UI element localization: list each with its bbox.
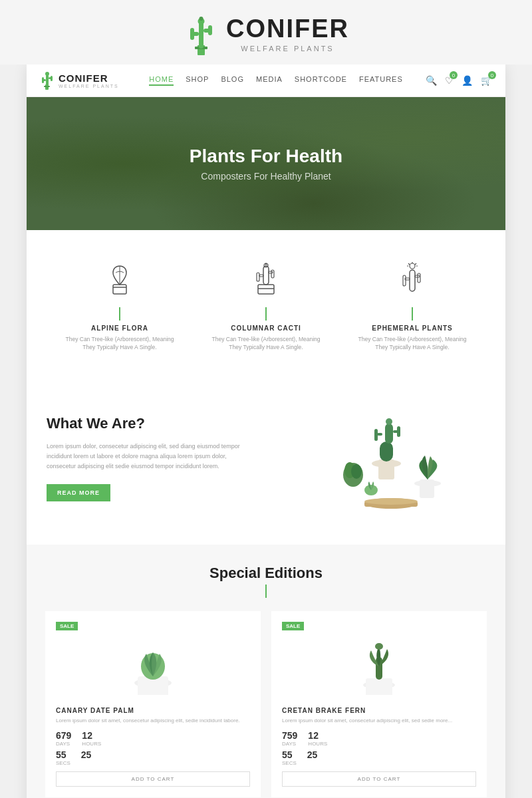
about-section: What We Are? Lorem ipsum dolor, consecet… — [27, 372, 505, 545]
svg-point-60 — [364, 498, 418, 505]
product-name-2: CRETAN BRAKE FERN — [282, 707, 476, 714]
special-section-title: Special Editions — [40, 565, 492, 582]
svg-rect-40 — [378, 460, 394, 479]
feature-divider-1 — [119, 307, 120, 321]
about-desc: Lorem ipsum dolor, consecetur adipiscing… — [47, 442, 256, 472]
about-title: What We Are? — [47, 415, 256, 432]
top-logo-area: CONIFER WELFARE PLANTS — [0, 12, 532, 55]
hero-title: Plants For Health — [190, 146, 342, 167]
feature-title-3: EPHEMERAL PLANTS — [372, 325, 452, 332]
feature-divider-3 — [412, 307, 413, 321]
feature-desc-2: They Can Tree-like (Arborescent), Meanin… — [206, 336, 326, 352]
svg-rect-65 — [366, 678, 392, 695]
svg-rect-22 — [269, 271, 273, 273]
svg-rect-44 — [397, 426, 400, 437]
nav-icons: 🔍 ♡ 0 👤 🛒 0 — [426, 75, 492, 86]
svg-rect-25 — [257, 273, 259, 281]
product-meta-row-2b: 55 SECS 25 — [282, 749, 476, 766]
hero-banner: Plants For Health Composters For Healthy… — [27, 97, 505, 230]
svg-point-54 — [351, 464, 362, 479]
hero-subtitle: Composters For Healthy Planet — [201, 171, 331, 182]
svg-rect-28 — [410, 270, 415, 291]
ephemeral-plants-icon — [392, 257, 432, 297]
product-meta-row-2a: 759 DAYS 12 HOURS — [282, 730, 476, 747]
svg-line-36 — [415, 263, 416, 265]
nav-link-home[interactable]: HOME — [149, 75, 174, 86]
product-meta-hours-1: 12 HOURS — [82, 730, 101, 747]
nav-brand-name: CONIFER — [59, 72, 119, 84]
feature-ephemeral-plants: EPHEMERAL PLANTS They Can Tree-like (Arb… — [339, 250, 485, 358]
add-cart-button-2[interactable]: ADD TO CART — [282, 771, 476, 787]
product-meta-extra-1: 25 — [81, 749, 92, 766]
top-brand-name: CONIFER — [226, 15, 349, 43]
product-info-1: CANARY DATE PALM Lorem ipsum dolor sit a… — [56, 702, 250, 787]
product-info-2: CRETAN BRAKE FERN Lorem ipsum dolor sit … — [282, 702, 476, 787]
svg-rect-45 — [377, 433, 382, 436]
product-meta-secs-2: 55 SECS — [282, 749, 297, 766]
product-desc-2: Lorem ipsum dolor sit amet, consecetur a… — [282, 717, 476, 725]
product-meta-row-1a: 679 DAYS 12 HOURS — [56, 730, 250, 747]
product-badge-2: SALE — [282, 622, 304, 630]
svg-rect-32 — [403, 275, 406, 286]
svg-rect-17 — [113, 285, 126, 294]
nav-link-features[interactable]: FEATURES — [359, 75, 403, 86]
feature-title-1: ALPINE FLORA — [91, 325, 148, 332]
product-meta-hours-2: 12 HOURS — [308, 730, 327, 747]
nav-logo: CONIFER WELFARE PLANTS — [40, 71, 126, 90]
feature-desc-1: They Can Tree-like (Arborescent), Meanin… — [60, 336, 180, 352]
special-section-divider — [265, 585, 267, 598]
product-badge-1: SALE — [56, 622, 78, 630]
feature-divider-2 — [265, 307, 267, 321]
nav-cactus-icon — [40, 71, 55, 90]
add-cart-button-1[interactable]: ADD TO CART — [56, 771, 250, 787]
product-meta-row-1b: 55 SECS 25 — [56, 749, 250, 766]
nav-link-shop[interactable]: SHOP — [186, 75, 209, 86]
svg-rect-51 — [345, 486, 361, 505]
search-button[interactable]: 🔍 — [426, 75, 437, 86]
nav-link-media[interactable]: MEDIA — [256, 75, 283, 86]
feature-title-2: COLUMNAR CACTI — [231, 325, 301, 332]
product-image-2 — [282, 628, 476, 695]
svg-point-67 — [375, 643, 383, 650]
svg-rect-30 — [418, 273, 420, 283]
svg-rect-24 — [259, 275, 263, 277]
svg-rect-41 — [380, 442, 393, 462]
svg-rect-6 — [190, 28, 194, 40]
top-header: CONIFER WELFARE PLANTS — [0, 0, 532, 65]
wishlist-button[interactable]: ♡ 0 — [445, 75, 454, 86]
feature-desc-3: They Can Tree-like (Arborescent), Meanin… — [352, 336, 472, 352]
nav-link-shortcode[interactable]: SHORTCODE — [295, 75, 347, 86]
svg-point-47 — [386, 418, 392, 425]
account-button[interactable]: 👤 — [462, 75, 473, 86]
product-meta-secs-1: 55 SECS — [56, 749, 70, 766]
product-card-2: SALE CRETAN BRAKE FERN Lorem — [271, 611, 487, 797]
svg-rect-19 — [258, 285, 274, 294]
svg-rect-15 — [42, 77, 44, 83]
product-name-1: CANARY DATE PALM — [56, 707, 250, 714]
cart-button[interactable]: 🛒 0 — [481, 75, 492, 86]
nav-sub-label: WELFARE PLANTS — [59, 84, 119, 88]
products-row: SALE CANARY DATE PALM Lorem i — [40, 611, 492, 797]
feature-alpine-flora: ALPINE FLORA They Can Tree-like (Arbores… — [47, 250, 193, 358]
product-desc-1: Lorem ipsum dolor sit amet, consecetur a… — [56, 717, 250, 725]
nav-link-blog[interactable]: BLOG — [221, 75, 244, 86]
product-meta-days-1: 679 DAYS — [56, 730, 71, 747]
svg-rect-49 — [420, 479, 434, 498]
product-meta-days-2: 759 DAYS — [282, 730, 297, 747]
page-container: CONIFER WELFARE PLANTS HOME SHOP BLOG ME… — [27, 65, 505, 798]
svg-rect-13 — [51, 76, 53, 81]
features-section: ALPINE FLORA They Can Tree-like (Arbores… — [27, 230, 505, 372]
plants-illustration — [288, 392, 474, 525]
product-card-1: SALE CANARY DATE PALM Lorem i — [45, 611, 261, 797]
svg-line-35 — [408, 263, 410, 265]
wishlist-badge: 0 — [450, 71, 458, 79]
read-more-button[interactable]: READ MORE — [47, 484, 110, 501]
svg-rect-42 — [385, 424, 393, 444]
top-tagline: WELFARE PLANTS — [226, 45, 349, 53]
svg-point-27 — [265, 263, 267, 265]
svg-point-33 — [410, 263, 415, 269]
svg-rect-46 — [374, 429, 378, 441]
product-meta-extra-2: 25 — [307, 749, 318, 766]
cart-badge: 0 — [488, 71, 496, 79]
svg-point-16 — [45, 72, 49, 76]
